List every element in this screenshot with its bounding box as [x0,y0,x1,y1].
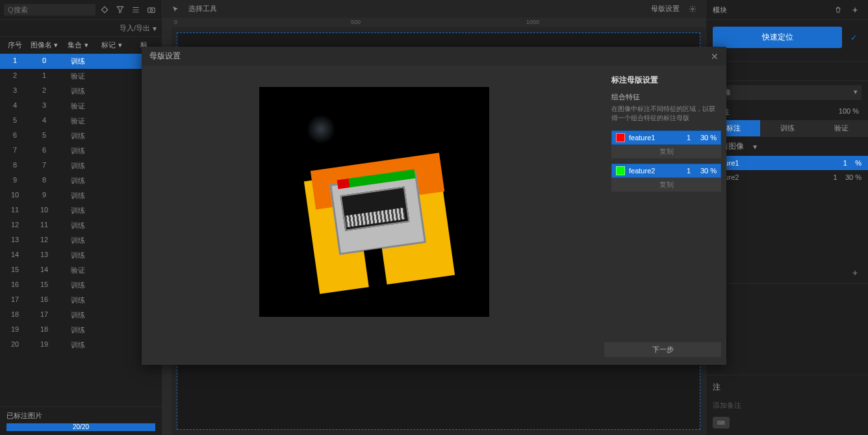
modal-header: 母版设置 ✕ [142,47,726,66]
feature-name: feature1 [629,134,675,142]
feature-swatch [616,166,625,175]
close-icon[interactable]: ✕ [711,51,719,62]
feature-name: feature2 [629,167,675,175]
next-button[interactable]: 下一步 [604,342,721,357]
modal-backdrop: 母版设置 ✕ 标注母版设置 组合特征 在图像中标注不同特征的区域， [0,0,868,435]
copy-button[interactable]: 复制 [611,178,721,192]
modal-side-panel: 标注母版设置 组合特征 在图像中标注不同特征的区域，以获得一个组合特征的标注母版… [606,66,726,338]
image-glow [308,113,334,145]
modal-feature-item[interactable]: feature2130 % [611,164,721,178]
modal-body: 标注母版设置 组合特征 在图像中标注不同特征的区域，以获得一个组合特征的标注母版… [142,66,726,338]
modal-image-area [142,66,606,338]
feature-swatch [616,133,625,142]
modal-side-desc: 在图像中标注不同特征的区域，以获得一个组合特征的标注母版 [611,105,721,123]
feature-count: 1 [679,167,691,175]
modal-title: 母版设置 [149,51,181,62]
modal-feature-item[interactable]: feature1130 % [611,130,721,145]
modal-image[interactable] [259,87,489,317]
modal-footer: 下一步 [142,338,726,365]
modal-side-title: 标注母版设置 [611,75,721,86]
feature-pct: 30 % [695,167,717,175]
template-settings-modal: 母版设置 ✕ 标注母版设置 组合特征 在图像中标注不同特征的区域， [142,47,726,365]
modal-side-subtitle: 组合特征 [611,92,721,102]
copy-button[interactable]: 复制 [611,145,721,158]
feature-count: 1 [679,134,691,142]
feature-pct: 30 % [695,134,717,142]
